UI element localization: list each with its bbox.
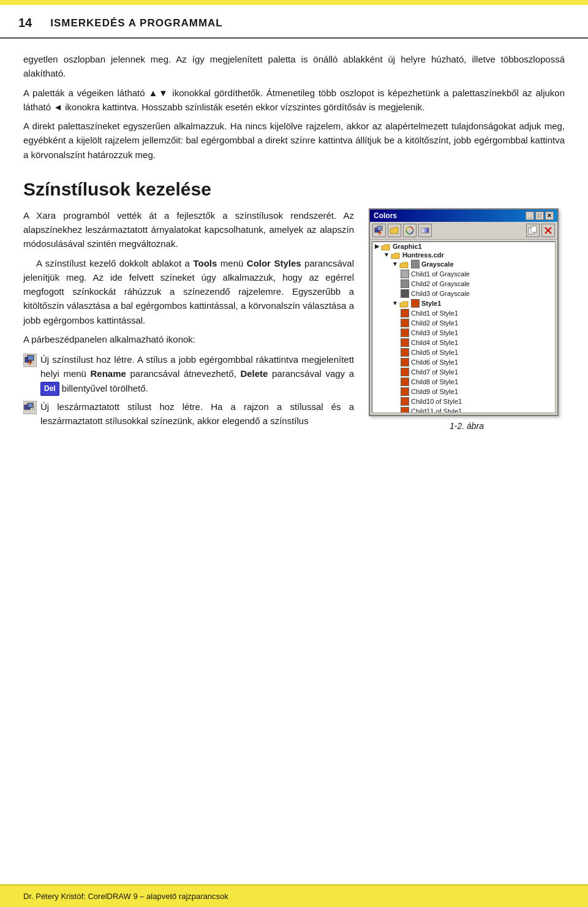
new-style-icon [23, 354, 38, 371]
tree-item[interactable]: ▼Style1 [372, 298, 555, 308]
tree-item[interactable]: Child3 of Style1 [372, 328, 555, 338]
svg-marker-22 [391, 253, 399, 259]
right-column: Colors _ □ ✕ [369, 208, 565, 431]
tree-label: Child1 of Style1 [411, 309, 458, 317]
delete-dialog-button[interactable] [541, 224, 555, 237]
tree-item[interactable]: ▶Graphic1 [372, 242, 555, 251]
palette-button[interactable] [403, 224, 417, 237]
section-heading: Színstílusok kezelése [23, 179, 565, 200]
tree-label: Child5 of Style1 [411, 349, 458, 356]
tree-item[interactable]: Child8 of Style1 [372, 377, 555, 387]
del-key: Del [40, 382, 59, 396]
color-swatch [401, 289, 409, 298]
tree-label: Huntress.cdr [402, 251, 444, 259]
tree-label: Child7 of Style1 [411, 368, 458, 376]
color-swatch [401, 358, 409, 366]
tree-label: Child11 of Style1 [411, 408, 462, 413]
tree-label: Child1 of Grayscale [411, 270, 470, 278]
minimize-button[interactable]: _ [526, 211, 534, 220]
left-column: A Xara programból vették át a fejlesztők… [23, 208, 354, 435]
tree-item[interactable]: Child7 of Style1 [372, 367, 555, 377]
tree-label: Style1 [421, 300, 441, 307]
icon2-svg [23, 401, 37, 414]
section-para2: A színstílust kezelő dokkolt ablakot a T… [23, 256, 354, 327]
tree-item[interactable]: Child2 of Grayscale [372, 279, 555, 289]
svg-marker-23 [400, 262, 408, 268]
tree-label: Child4 of Style1 [411, 339, 458, 346]
color-swatch [401, 387, 409, 396]
color-swatch [411, 260, 420, 268]
colorstyles-keyword: Color Styles [247, 258, 301, 268]
tree-item[interactable]: Child3 of Grayscale [372, 289, 555, 298]
yellow-top-bar [0, 0, 588, 5]
dialog-caption: 1-2. ábra [369, 421, 565, 431]
copy-button[interactable] [526, 224, 540, 237]
tree-label: Child8 of Style1 [411, 378, 458, 385]
close-button[interactable]: ✕ [545, 211, 554, 220]
svg-marker-21 [382, 245, 390, 250]
tree-item[interactable]: Child5 of Style1 [372, 347, 555, 357]
tree-item[interactable]: Child2 of Style1 [372, 318, 555, 328]
maximize-button[interactable]: □ [535, 211, 544, 220]
folder-icon [399, 260, 409, 268]
tools-keyword: Tools [193, 258, 217, 268]
gradient-button[interactable] [418, 224, 432, 237]
dialog-tree[interactable]: ▶Graphic1▼Huntress.cdr▼GrayscaleChild1 o… [372, 241, 556, 413]
tree-label: Child10 of Style1 [411, 398, 462, 405]
icon1-svg [23, 354, 37, 367]
page-title: ISMERKEDÉS A PROGRAMMAL [50, 17, 222, 29]
delete-keyword: Delete [240, 368, 268, 379]
folder-icon [381, 243, 391, 250]
two-col-section: A Xara programból vették át a fejlesztők… [23, 208, 565, 435]
folder-icon [399, 300, 409, 307]
tree-item[interactable]: Child4 of Style1 [372, 338, 555, 347]
tree-label: Grayscale [421, 260, 454, 268]
para3: A direkt palettaszíneket egyszerűen alka… [23, 119, 565, 162]
footer-text: Dr. Pétery Kristóf: CorelDRAW 9 – alapve… [23, 892, 228, 901]
section-text: A Xara programból vették át a fejlesztők… [23, 208, 354, 346]
tree-label: Child9 of Style1 [411, 388, 458, 395]
tree-label: Child2 of Grayscale [411, 280, 470, 287]
main-content: egyetlen oszlopban jelennek meg. Az így … [0, 39, 588, 454]
rename-keyword: Rename [91, 368, 126, 379]
color-swatch [401, 338, 409, 347]
dialog-titlebar[interactable]: Colors _ □ ✕ [370, 210, 557, 222]
tree-item[interactable]: Child6 of Style1 [372, 357, 555, 367]
section-para1: A Xara programból vették át a fejlesztők… [23, 208, 354, 251]
tree-label: Child3 of Style1 [411, 329, 458, 336]
icon2-text: Új leszármaztatott stílust hoz létre. Ha… [40, 400, 354, 428]
icon1-row: Új színstílust hoz létre. A stílus a job… [23, 352, 354, 396]
new-style-button[interactable] [372, 224, 386, 237]
svg-rect-16 [421, 228, 429, 233]
section-para3: A párbeszédpanelen alkalmazható ikonok: [23, 332, 354, 346]
svg-marker-14 [390, 227, 398, 233]
folder-button[interactable] [388, 224, 401, 237]
svg-rect-2 [28, 355, 34, 360]
icon1-text: Új színstílust hoz létre. A stílus a job… [40, 352, 354, 396]
page-number: 14 [18, 16, 32, 30]
colors-dialog[interactable]: Colors _ □ ✕ [369, 208, 559, 416]
folder-icon [391, 251, 401, 259]
dialog-toolbar [370, 222, 557, 240]
dialog-title: Colors [374, 211, 397, 220]
tree-item[interactable]: Child1 of Style1 [372, 308, 555, 318]
tree-label: Child6 of Style1 [411, 359, 458, 366]
color-swatch [401, 309, 409, 317]
new-derived-style-icon [23, 401, 38, 418]
color-swatch [401, 279, 409, 288]
tree-item[interactable]: Child1 of Grayscale [372, 269, 555, 279]
tree-item[interactable]: Child11 of Style1 [372, 406, 555, 413]
titlebar-buttons[interactable]: _ □ ✕ [526, 211, 554, 220]
color-swatch [401, 407, 409, 413]
tree-item[interactable]: ▼Grayscale [372, 259, 555, 269]
page-header: 14 ISMERKEDÉS A PROGRAMMAL [0, 5, 588, 39]
tree-item[interactable]: Child9 of Style1 [372, 387, 555, 397]
tree-item[interactable]: ▼Huntress.cdr [372, 251, 555, 259]
color-swatch [401, 368, 409, 376]
page-footer: Dr. Pétery Kristóf: CorelDRAW 9 – alapve… [0, 884, 588, 907]
tree-item[interactable]: Child10 of Style1 [372, 397, 555, 406]
tree-label: Child2 of Style1 [411, 319, 458, 327]
svg-rect-18 [531, 226, 537, 232]
color-swatch [401, 348, 409, 357]
tree-label: Graphic1 [393, 243, 422, 250]
